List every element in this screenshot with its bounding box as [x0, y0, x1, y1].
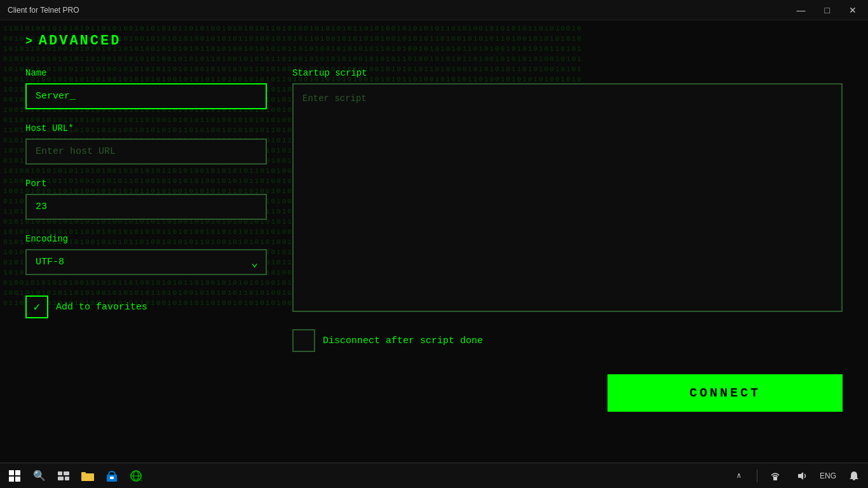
- task-view-icon[interactable]: [55, 467, 72, 485]
- connect-button[interactable]: CONNECT: [607, 374, 843, 412]
- main-content: > ADVANCED Name Host URL* Port: [0, 20, 868, 463]
- taskbar-divider: [757, 470, 757, 482]
- name-input[interactable]: [25, 83, 267, 109]
- right-column: Startup script Disconnect after script d…: [292, 68, 843, 352]
- host-input[interactable]: [25, 139, 267, 165]
- network-icon[interactable]: [766, 467, 784, 485]
- search-taskbar-icon[interactable]: 🔍: [31, 467, 48, 485]
- required-marker: *: [68, 123, 73, 133]
- start-button[interactable]: [5, 466, 24, 485]
- svg-rect-8: [110, 477, 114, 479]
- svg-rect-2: [58, 477, 64, 480]
- svg-rect-0: [58, 471, 62, 475]
- file-explorer-icon[interactable]: [79, 467, 97, 485]
- globe-app-icon[interactable]: PRO: [127, 467, 145, 485]
- encoding-label: Encoding: [25, 234, 267, 244]
- audio-icon[interactable]: [793, 467, 811, 485]
- favorites-label: Add to favorites: [56, 302, 147, 313]
- taskbar: 🔍: [0, 463, 868, 488]
- section-header: > ADVANCED: [25, 33, 843, 49]
- svg-rect-6: [81, 472, 86, 475]
- left-column: Name Host URL* Port Encoding UT: [25, 68, 267, 352]
- windows-icon: [9, 470, 20, 482]
- host-label: Host URL*: [25, 123, 267, 133]
- system-tray-chevron[interactable]: ∧: [730, 467, 748, 485]
- language-indicator[interactable]: ENG: [820, 471, 836, 480]
- encoding-field-group: Encoding UTF-8 ASCII ISO-8859-1 UTF-16 ⌄: [25, 234, 267, 275]
- notification-icon[interactable]: [845, 467, 863, 485]
- svg-rect-13: [773, 477, 777, 480]
- taskbar-right: ∧ ENG: [730, 467, 863, 485]
- window-controls: — □ ✕: [793, 4, 860, 17]
- name-label: Name: [25, 68, 267, 78]
- disconnect-label: Disconnect after script done: [323, 336, 483, 346]
- minimize-button[interactable]: —: [793, 4, 810, 17]
- check-mark-icon: ✓: [34, 300, 41, 314]
- svg-text:PRO: PRO: [135, 478, 142, 482]
- name-field-group: Name: [25, 68, 267, 109]
- taskbar-left: 🔍: [5, 466, 145, 485]
- chevron-icon: >: [25, 35, 32, 48]
- favorites-checkbox-group: ✓ Add to favorites: [25, 295, 147, 318]
- port-label: Port: [25, 179, 267, 189]
- favorites-checkbox[interactable]: ✓: [25, 295, 48, 318]
- app-title: Client for Telnet PRO: [8, 6, 79, 15]
- maximize-button[interactable]: □: [821, 4, 834, 17]
- svg-rect-1: [64, 471, 69, 475]
- section-title: ADVANCED: [39, 33, 121, 49]
- script-label: Startup script: [292, 68, 843, 78]
- store-icon[interactable]: [103, 467, 121, 485]
- script-textarea[interactable]: [292, 83, 843, 312]
- titlebar: Client for Telnet PRO — □ ✕: [0, 0, 868, 20]
- port-field-group: Port: [25, 179, 267, 220]
- disconnect-checkbox-group: Disconnect after script done: [292, 329, 843, 352]
- port-input[interactable]: [25, 194, 267, 220]
- disconnect-checkbox[interactable]: [292, 329, 315, 352]
- svg-rect-3: [65, 477, 69, 480]
- checkboxes-row: ✓ Add to favorites: [25, 289, 267, 318]
- host-field-group: Host URL*: [25, 123, 267, 165]
- svg-marker-14: [798, 472, 803, 480]
- script-field-group: Startup script: [292, 68, 843, 315]
- form-layout: Name Host URL* Port Encoding UT: [25, 68, 843, 352]
- encoding-select[interactable]: UTF-8 ASCII ISO-8859-1 UTF-16: [25, 249, 267, 275]
- close-button[interactable]: ✕: [845, 4, 860, 17]
- encoding-select-wrapper: UTF-8 ASCII ISO-8859-1 UTF-16 ⌄: [25, 249, 267, 275]
- connect-button-wrapper: CONNECT: [607, 374, 843, 412]
